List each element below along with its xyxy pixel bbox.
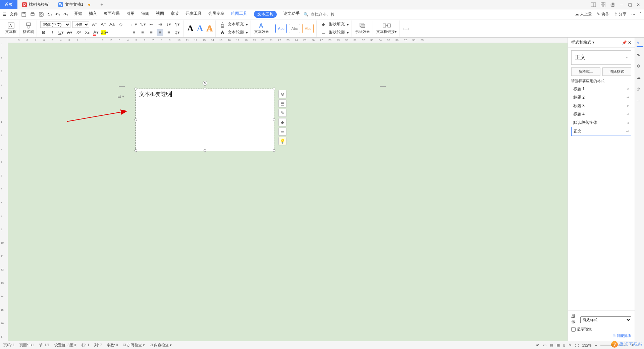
- group-shapeeffect[interactable]: 形状效果: [353, 20, 373, 37]
- cloud-status[interactable]: ☁ 未上云: [575, 11, 592, 17]
- edge-cloud-icon[interactable]: ☁: [637, 75, 643, 81]
- group-textbox[interactable]: A 文本框: [3, 20, 19, 37]
- document-area[interactable]: 9876543211234567891011121314151617181920…: [8, 38, 568, 341]
- strike-icon[interactable]: A▾: [66, 29, 73, 36]
- close-panel-icon[interactable]: ✕: [628, 40, 631, 45]
- text-style-3[interactable]: A: [207, 23, 213, 34]
- handle-tr[interactable]: [273, 88, 275, 90]
- menu-insert[interactable]: 插入: [89, 11, 97, 18]
- handle-bm[interactable]: [204, 149, 206, 152]
- handle-tl[interactable]: [135, 88, 137, 90]
- sort-icon[interactable]: ↕▾: [165, 21, 172, 28]
- textbox-text[interactable]: 文本框变透明: [136, 89, 274, 100]
- edge-target-icon[interactable]: ◎: [637, 87, 643, 93]
- linespacing-icon[interactable]: ‡▾: [174, 29, 181, 36]
- float-fill-icon[interactable]: ◆: [278, 118, 286, 126]
- view-outline-icon[interactable]: ▯: [563, 343, 565, 347]
- change-case-icon[interactable]: Aa: [109, 21, 115, 28]
- group-more[interactable]: ▭: [400, 20, 412, 37]
- text-style-1[interactable]: A: [187, 23, 194, 34]
- view-read-icon[interactable]: ▭: [543, 343, 546, 347]
- distribute-icon[interactable]: ≡: [165, 29, 172, 36]
- edge-pencil-icon[interactable]: ✎: [637, 41, 643, 47]
- undo-icon[interactable]: ↶▾: [55, 12, 60, 17]
- user-icon[interactable]: [610, 2, 615, 7]
- bold-icon[interactable]: B: [40, 29, 47, 36]
- group-formatbrush[interactable]: 格式刷: [20, 20, 37, 37]
- more-icon[interactable]: ⋯: [631, 12, 635, 17]
- text-fill-icon[interactable]: A: [219, 21, 226, 28]
- float-layout-icon[interactable]: ▤: [278, 99, 286, 107]
- align-left-icon[interactable]: ≡: [130, 29, 137, 36]
- search-input[interactable]: [311, 12, 334, 17]
- float-border-icon[interactable]: ▭: [278, 128, 286, 136]
- shape-style-1[interactable]: Abc: [275, 24, 287, 33]
- highlight-icon[interactable]: ab▾: [101, 29, 108, 36]
- shape-outline-icon[interactable]: ▭: [320, 29, 327, 36]
- redo-icon[interactable]: ↷▾: [63, 12, 68, 17]
- maximize-button[interactable]: [628, 3, 632, 7]
- align-right-icon[interactable]: ≡: [148, 29, 155, 36]
- subscript-icon[interactable]: X₂: [84, 29, 91, 36]
- status-spell[interactable]: ☑ 拼写检查 ▾: [123, 343, 145, 348]
- handle-tm[interactable]: [204, 88, 206, 90]
- share-button[interactable]: ⇪ 分享: [614, 11, 627, 17]
- indent-inc-icon[interactable]: ⇥: [157, 21, 163, 28]
- view-eye-icon[interactable]: 👁: [536, 343, 540, 347]
- shape-fill-icon[interactable]: ◆: [320, 21, 327, 28]
- menu-review[interactable]: 审阅: [141, 11, 149, 18]
- float-edit-icon[interactable]: ✎: [278, 109, 286, 117]
- file-menu[interactable]: 文件: [10, 11, 18, 17]
- font-color-icon[interactable]: A▾: [93, 29, 99, 36]
- show-select[interactable]: 有效样式: [580, 316, 631, 323]
- preview-checkbox[interactable]: 显示预览: [571, 327, 631, 332]
- menu-text-tools[interactable]: 文本工具: [254, 11, 277, 18]
- grid-icon[interactable]: [601, 2, 605, 7]
- hamburger-icon[interactable]: ☰: [3, 12, 6, 17]
- layout-icon[interactable]: [591, 2, 596, 7]
- numbering-icon[interactable]: ⒈▾: [139, 21, 146, 28]
- menu-view[interactable]: 视图: [156, 11, 164, 18]
- italic-icon[interactable]: I: [49, 29, 56, 36]
- indent-dec-icon[interactable]: ⇤: [148, 21, 155, 28]
- paragraph-control-icon[interactable]: ▤ ▾: [117, 94, 124, 99]
- paramark-icon[interactable]: ¶▾: [174, 21, 181, 28]
- view-page-icon[interactable]: ▤: [550, 343, 553, 347]
- style-item-body[interactable]: 正文↵: [571, 127, 631, 136]
- edge-settings-icon[interactable]: ⚙: [637, 64, 643, 70]
- print-icon[interactable]: [30, 12, 35, 17]
- shape-style-3[interactable]: Abc: [302, 24, 314, 33]
- rotate-handle[interactable]: ↻: [203, 81, 207, 86]
- save-icon[interactable]: [21, 12, 26, 17]
- view-web-icon[interactable]: ▦: [556, 343, 560, 347]
- menu-layout[interactable]: 页面布局: [104, 11, 120, 18]
- style-item-default[interactable]: 默认段落字体a: [571, 118, 631, 127]
- text-outline-icon[interactable]: A: [219, 29, 226, 36]
- menu-paper[interactable]: 论文助手: [283, 11, 300, 18]
- handle-br[interactable]: [273, 149, 275, 152]
- float-idea-icon[interactable]: 💡: [278, 137, 286, 145]
- edge-book-icon[interactable]: ▭: [637, 98, 643, 104]
- style-item-h1[interactable]: 标题 1↵: [571, 85, 631, 93]
- tab-home[interactable]: 首页: [0, 0, 17, 9]
- align-center-icon[interactable]: ≡: [139, 29, 146, 36]
- edge-select-icon[interactable]: ⬉: [637, 52, 643, 58]
- group-texteffect[interactable]: A 文本效果: [252, 20, 272, 37]
- handle-ml[interactable]: [135, 118, 137, 121]
- minimize-button[interactable]: ─: [620, 2, 623, 7]
- zoom-value[interactable]: 132%: [582, 343, 591, 347]
- style-item-h2[interactable]: 标题 2↵: [571, 93, 631, 102]
- bullets-icon[interactable]: ≔▾: [130, 21, 137, 28]
- new-tab-button[interactable]: ＋: [95, 0, 108, 9]
- clear-format-icon[interactable]: ◇: [117, 21, 124, 28]
- shape-style-2[interactable]: Abc: [289, 24, 300, 33]
- textbox[interactable]: ↻ 文本框变透明: [136, 89, 274, 151]
- zoom-out-icon[interactable]: −: [595, 343, 597, 347]
- zoom-fit-icon[interactable]: ⛶: [575, 343, 579, 347]
- status-content[interactable]: ☑ 内容检查 ▾: [150, 343, 172, 348]
- size-select[interactable]: 小四: [72, 21, 89, 28]
- tab-templates[interactable]: D 找稻壳模板: [17, 0, 54, 9]
- float-collapse-icon[interactable]: ⊖: [278, 90, 286, 98]
- menu-dev[interactable]: 开发工具: [185, 11, 202, 18]
- menu-section[interactable]: 章节: [171, 11, 179, 18]
